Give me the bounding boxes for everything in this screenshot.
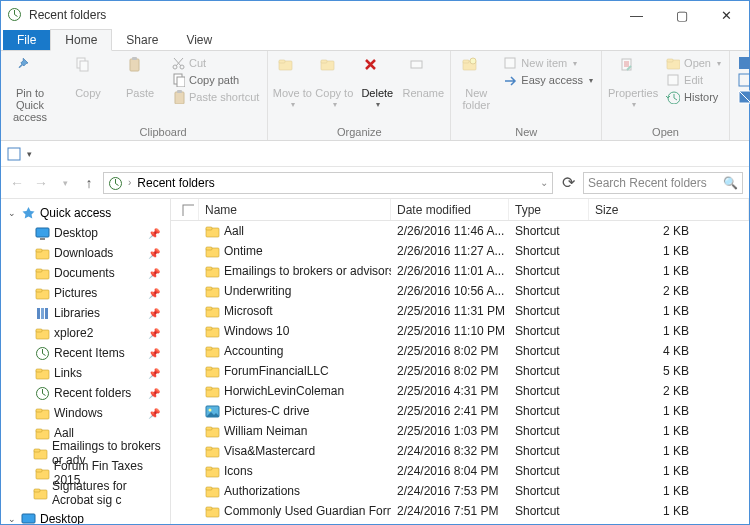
column-checkbox[interactable] bbox=[171, 199, 199, 220]
history-icon bbox=[666, 90, 680, 104]
sidebar-item[interactable]: xplore2 📌 bbox=[1, 323, 170, 343]
sidebar-item[interactable]: Libraries 📌 bbox=[1, 303, 170, 323]
file-name: Microsoft bbox=[224, 304, 273, 318]
table-row[interactable]: ForumFinancialLLC 2/25/2016 8:02 PM Shor… bbox=[171, 361, 749, 381]
table-row[interactable]: Emailings to brokers or advisors 2/26/20… bbox=[171, 261, 749, 281]
table-row[interactable]: Microsoft 2/25/2016 11:31 PM Shortcut 1 … bbox=[171, 301, 749, 321]
tab-view[interactable]: View bbox=[172, 30, 226, 50]
table-row[interactable]: Financial 2/24/2016 7:48 PM Shortcut 1 K… bbox=[171, 521, 749, 524]
sidebar-quick-access[interactable]: ⌄ Quick access bbox=[1, 203, 170, 223]
file-name: Accounting bbox=[224, 344, 283, 358]
column-size[interactable]: Size bbox=[589, 199, 749, 220]
move-to-button[interactable]: Move to▾ bbox=[272, 53, 312, 110]
file-type: Shortcut bbox=[509, 324, 589, 338]
column-name[interactable]: Name bbox=[199, 199, 391, 220]
expand-icon[interactable]: ⌄ bbox=[7, 514, 17, 524]
new-folder-button[interactable]: New folder bbox=[455, 53, 497, 111]
chevron-down-icon[interactable]: ⌄ bbox=[540, 177, 548, 188]
folder-icon bbox=[205, 224, 220, 239]
open-button[interactable]: Open▾ bbox=[662, 55, 725, 71]
sidebar-item[interactable]: Links 📌 bbox=[1, 363, 170, 383]
file-type: Shortcut bbox=[509, 364, 589, 378]
sidebar-item[interactable]: Recent folders 📌 bbox=[1, 383, 170, 403]
column-headers: Name Date modified Type Size bbox=[171, 199, 749, 221]
table-row[interactable]: Accounting 2/25/2016 8:02 PM Shortcut 4 … bbox=[171, 341, 749, 361]
pics-icon bbox=[205, 404, 220, 419]
app-icon bbox=[7, 7, 23, 23]
sidebar-item[interactable]: Documents 📌 bbox=[1, 263, 170, 283]
qat-dropdown[interactable]: ▾ bbox=[27, 149, 32, 159]
table-row[interactable]: Icons 2/24/2016 8:04 PM Shortcut 1 KB bbox=[171, 461, 749, 481]
nav-up-button[interactable]: ↑ bbox=[79, 175, 99, 191]
lib-icon bbox=[35, 306, 50, 321]
paste-shortcut-button[interactable]: Paste shortcut bbox=[167, 89, 263, 105]
pin-icon: 📌 bbox=[148, 408, 160, 419]
svg-rect-25 bbox=[739, 74, 750, 86]
copy-to-button[interactable]: Copy to▾ bbox=[314, 53, 354, 110]
sidebar-item[interactable]: Windows 📌 bbox=[1, 403, 170, 423]
svg-rect-21 bbox=[411, 61, 422, 68]
pin-icon: 📌 bbox=[148, 228, 160, 239]
select-none-button[interactable]: Select none bbox=[734, 72, 750, 88]
table-row[interactable]: Underwriting 2/26/2016 10:56 A... Shortc… bbox=[171, 281, 749, 301]
expand-icon[interactable]: ⌄ bbox=[7, 208, 17, 218]
search-input[interactable]: Search Recent folders 🔍 bbox=[583, 172, 743, 194]
close-button[interactable]: ✕ bbox=[704, 1, 749, 29]
file-size: 1 KB bbox=[589, 424, 749, 438]
table-row[interactable]: Authorizations 2/24/2016 7:53 PM Shortcu… bbox=[171, 481, 749, 501]
table-row[interactable]: Pictures-C drive 2/25/2016 2:41 PM Short… bbox=[171, 401, 749, 421]
file-type: Shortcut bbox=[509, 424, 589, 438]
minimize-button[interactable]: — bbox=[614, 1, 659, 29]
sidebar-item[interactable]: Downloads 📌 bbox=[1, 243, 170, 263]
pin-to-quick-access-button[interactable]: Pin to Quick access bbox=[5, 53, 55, 123]
cut-button[interactable]: Cut bbox=[167, 55, 263, 71]
column-type[interactable]: Type bbox=[509, 199, 589, 220]
sidebar-item-label: Recent Items bbox=[54, 346, 125, 360]
file-date: 2/25/2016 4:31 PM bbox=[391, 384, 509, 398]
copy-button[interactable]: Copy bbox=[63, 53, 113, 99]
nav-forward-button[interactable]: → bbox=[31, 175, 51, 191]
edit-button[interactable]: Edit bbox=[662, 72, 725, 88]
tab-file[interactable]: File bbox=[3, 30, 50, 50]
new-item-button[interactable]: New item▾ bbox=[499, 55, 597, 71]
paste-button[interactable]: Paste bbox=[115, 53, 165, 99]
select-all-button[interactable]: Select all bbox=[734, 55, 750, 71]
tab-home[interactable]: Home bbox=[50, 29, 112, 51]
qat-app-icon[interactable] bbox=[7, 147, 21, 161]
copy-path-button[interactable]: Copy path bbox=[167, 72, 263, 88]
rename-button[interactable]: Rename bbox=[400, 53, 446, 99]
column-date[interactable]: Date modified bbox=[391, 199, 509, 220]
file-list[interactable]: Aall 2/26/2016 11:46 A... Shortcut 2 KB … bbox=[171, 221, 749, 524]
svg-rect-22 bbox=[505, 58, 515, 68]
delete-button[interactable]: Delete▾ bbox=[356, 53, 398, 110]
file-type: Shortcut bbox=[509, 484, 589, 498]
table-row[interactable]: Ontime 2/26/2016 11:27 A... Shortcut 1 K… bbox=[171, 241, 749, 261]
breadcrumb[interactable]: › Recent folders ⌄ bbox=[103, 172, 553, 194]
navigation-pane[interactable]: ⌄ Quick access Desktop 📌 Downloads 📌 Doc… bbox=[1, 199, 171, 524]
table-row[interactable]: Aall 2/26/2016 11:46 A... Shortcut 2 KB bbox=[171, 221, 749, 241]
sidebar-item[interactable]: Pictures 📌 bbox=[1, 283, 170, 303]
sidebar-desktop[interactable]: ⌄ Desktop bbox=[1, 509, 170, 524]
file-name: Visa&Mastercard bbox=[224, 444, 315, 458]
table-row[interactable]: Visa&Mastercard 2/24/2016 8:32 PM Shortc… bbox=[171, 441, 749, 461]
breadcrumb-icon bbox=[108, 176, 122, 190]
nav-back-button[interactable]: ← bbox=[7, 175, 27, 191]
nav-recent-dropdown[interactable]: ▾ bbox=[55, 178, 75, 188]
table-row[interactable]: HorwichLevinColeman 2/25/2016 4:31 PM Sh… bbox=[171, 381, 749, 401]
select-all-icon bbox=[738, 56, 750, 70]
table-row[interactable]: Commonly Used Guardian Forms 2/24/2016 7… bbox=[171, 501, 749, 521]
invert-selection-button[interactable]: Invert selection bbox=[734, 89, 750, 105]
properties-button[interactable]: Properties▾ bbox=[606, 53, 660, 110]
history-button[interactable]: History bbox=[662, 89, 725, 105]
tab-share[interactable]: Share bbox=[112, 30, 172, 50]
refresh-button[interactable]: ⟳ bbox=[557, 173, 579, 192]
easy-access-button[interactable]: Easy access▾ bbox=[499, 72, 597, 88]
sidebar-item[interactable]: Signatures for Acrobat sig c bbox=[1, 483, 170, 503]
maximize-button[interactable]: ▢ bbox=[659, 1, 704, 29]
sidebar-item[interactable]: Recent Items 📌 bbox=[1, 343, 170, 363]
sidebar-item[interactable]: Desktop 📌 bbox=[1, 223, 170, 243]
table-row[interactable]: William Neiman 2/25/2016 1:03 PM Shortcu… bbox=[171, 421, 749, 441]
table-row[interactable]: Windows 10 2/25/2016 11:10 PM Shortcut 1… bbox=[171, 321, 749, 341]
svg-rect-24 bbox=[739, 57, 750, 69]
file-name: ForumFinancialLLC bbox=[224, 364, 329, 378]
